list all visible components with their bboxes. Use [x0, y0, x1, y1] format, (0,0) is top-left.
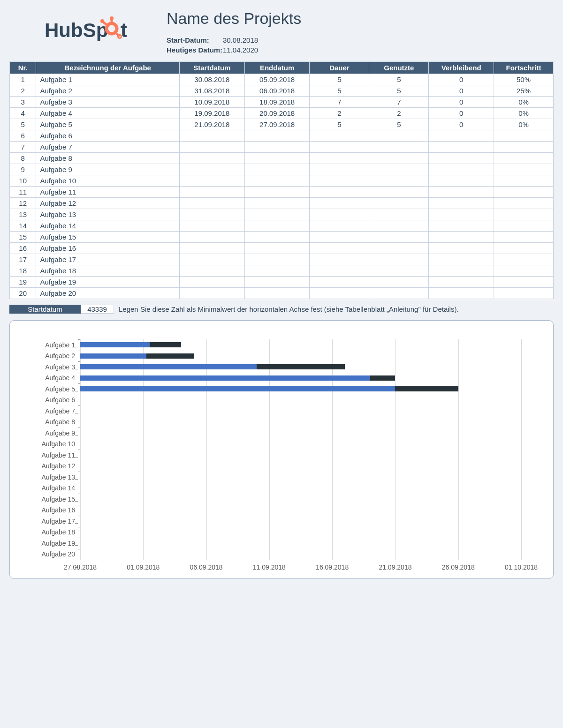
table-row[interactable]: 16Aufgabe 16	[10, 243, 554, 254]
cell-used[interactable]	[369, 209, 429, 220]
cell-prog[interactable]: 50%	[494, 74, 554, 85]
cell-start[interactable]: 31.08.2018	[180, 85, 245, 97]
cell-dur[interactable]: 5	[310, 85, 369, 97]
cell-rem[interactable]: 0	[429, 108, 494, 119]
cell-nr[interactable]: 20	[10, 288, 36, 299]
cell-start[interactable]	[180, 198, 245, 209]
table-row[interactable]: 14Aufgabe 14	[10, 220, 554, 232]
cell-rem[interactable]	[429, 243, 494, 254]
cell-prog[interactable]	[494, 187, 554, 198]
cell-name[interactable]: Aufgabe 4	[36, 108, 180, 119]
cell-nr[interactable]: 10	[10, 175, 36, 187]
cell-start[interactable]	[180, 187, 245, 198]
table-row[interactable]: 1Aufgabe 130.08.201805.09.201855050%	[10, 74, 554, 85]
cell-name[interactable]: Aufgabe 9	[36, 164, 180, 175]
cell-start[interactable]	[180, 153, 245, 164]
table-row[interactable]: 9Aufgabe 9	[10, 164, 554, 175]
table-row[interactable]: 4Aufgabe 419.09.201820.09.20182200%	[10, 108, 554, 119]
table-row[interactable]: 11Aufgabe 11	[10, 187, 554, 198]
cell-name[interactable]: Aufgabe 6	[36, 130, 180, 142]
table-row[interactable]: 20Aufgabe 20	[10, 288, 554, 299]
cell-start[interactable]	[180, 175, 245, 187]
table-row[interactable]: 18Aufgabe 18	[10, 265, 554, 277]
cell-dur[interactable]	[310, 142, 369, 153]
cell-dur[interactable]	[310, 198, 369, 209]
cell-dur[interactable]: 2	[310, 108, 369, 119]
cell-dur[interactable]: 7	[310, 97, 369, 108]
cell-rem[interactable]	[429, 164, 494, 175]
cell-name[interactable]: Aufgabe 18	[36, 265, 180, 277]
cell-end[interactable]	[244, 164, 310, 175]
cell-name[interactable]: Aufgabe 17	[36, 254, 180, 265]
cell-end[interactable]: 18.09.2018	[244, 97, 310, 108]
cell-nr[interactable]: 1	[10, 74, 36, 85]
cell-prog[interactable]: 0%	[494, 119, 554, 130]
cell-prog[interactable]	[494, 288, 554, 299]
cell-start[interactable]	[180, 265, 245, 277]
cell-end[interactable]	[244, 265, 310, 277]
cell-rem[interactable]	[429, 277, 494, 288]
cell-end[interactable]	[244, 243, 310, 254]
cell-used[interactable]	[369, 164, 429, 175]
cell-prog[interactable]	[494, 209, 554, 220]
cell-end[interactable]	[244, 254, 310, 265]
cell-rem[interactable]	[429, 175, 494, 187]
cell-dur[interactable]	[310, 288, 369, 299]
cell-name[interactable]: Aufgabe 13	[36, 209, 180, 220]
cell-nr[interactable]: 3	[10, 97, 36, 108]
cell-used[interactable]: 7	[369, 97, 429, 108]
cell-rem[interactable]	[429, 187, 494, 198]
cell-rem[interactable]	[429, 198, 494, 209]
cell-nr[interactable]: 11	[10, 187, 36, 198]
cell-prog[interactable]	[494, 164, 554, 175]
cell-dur[interactable]	[310, 265, 369, 277]
cell-end[interactable]	[244, 288, 310, 299]
cell-prog[interactable]	[494, 232, 554, 243]
cell-end[interactable]	[244, 220, 310, 232]
cell-dur[interactable]	[310, 254, 369, 265]
cell-rem[interactable]	[429, 288, 494, 299]
cell-dur[interactable]	[310, 232, 369, 243]
cell-dur[interactable]: 5	[310, 119, 369, 130]
cell-nr[interactable]: 4	[10, 108, 36, 119]
cell-dur[interactable]	[310, 164, 369, 175]
cell-end[interactable]: 06.09.2018	[244, 85, 310, 97]
cell-nr[interactable]: 14	[10, 220, 36, 232]
cell-dur[interactable]	[310, 209, 369, 220]
cell-rem[interactable]: 0	[429, 85, 494, 97]
cell-name[interactable]: Aufgabe 20	[36, 288, 180, 299]
cell-nr[interactable]: 18	[10, 265, 36, 277]
table-row[interactable]: 17Aufgabe 17	[10, 254, 554, 265]
table-row[interactable]: 5Aufgabe 521.09.201827.09.20185500%	[10, 119, 554, 130]
table-row[interactable]: 6Aufgabe 6	[10, 130, 554, 142]
cell-dur[interactable]	[310, 187, 369, 198]
cell-end[interactable]	[244, 198, 310, 209]
cell-end[interactable]	[244, 187, 310, 198]
cell-prog[interactable]	[494, 254, 554, 265]
cell-used[interactable]	[369, 187, 429, 198]
cell-start[interactable]: 21.09.2018	[180, 119, 245, 130]
cell-name[interactable]: Aufgabe 1	[36, 74, 180, 85]
cell-nr[interactable]: 2	[10, 85, 36, 97]
cell-end[interactable]: 27.09.2018	[244, 119, 310, 130]
cell-start[interactable]	[180, 277, 245, 288]
cell-dur[interactable]	[310, 277, 369, 288]
cell-start[interactable]: 30.08.2018	[180, 74, 245, 85]
cell-used[interactable]	[369, 142, 429, 153]
cell-prog[interactable]	[494, 142, 554, 153]
table-row[interactable]: 15Aufgabe 15	[10, 232, 554, 243]
cell-prog[interactable]	[494, 220, 554, 232]
cell-prog[interactable]: 25%	[494, 85, 554, 97]
table-row[interactable]: 10Aufgabe 10	[10, 175, 554, 187]
cell-rem[interactable]	[429, 254, 494, 265]
cell-dur[interactable]	[310, 153, 369, 164]
cell-used[interactable]: 5	[369, 85, 429, 97]
cell-start[interactable]: 19.09.2018	[180, 108, 245, 119]
cell-used[interactable]	[369, 220, 429, 232]
cell-used[interactable]: 2	[369, 108, 429, 119]
cell-used[interactable]	[369, 130, 429, 142]
cell-start[interactable]	[180, 142, 245, 153]
cell-rem[interactable]: 0	[429, 74, 494, 85]
table-row[interactable]: 3Aufgabe 310.09.201818.09.20187700%	[10, 97, 554, 108]
cell-rem[interactable]	[429, 153, 494, 164]
